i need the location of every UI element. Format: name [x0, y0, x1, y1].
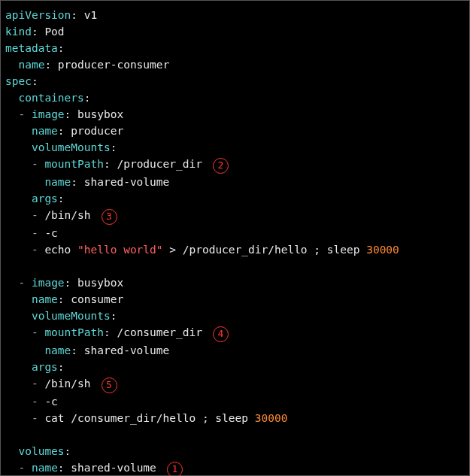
key-metadata: metadata	[5, 42, 58, 54]
key-kind: kind	[5, 26, 32, 38]
key-spec: spec	[5, 75, 32, 87]
val-c0-args0: /bin/sh	[44, 209, 90, 221]
key-c0-name: name	[32, 125, 58, 137]
key-c0-vm: volumeMounts	[32, 141, 111, 153]
val-c0-args2d: 30000	[366, 244, 399, 256]
val-c1-image: busybox	[77, 277, 123, 289]
val-kind: Pod	[44, 26, 64, 38]
key-c1-vm: volumeMounts	[32, 310, 111, 322]
val-apiVersion: v1	[84, 9, 97, 21]
key-c0-image: image	[32, 108, 65, 120]
key-containers: containers	[18, 92, 83, 104]
val-c1-args1: -c	[44, 396, 57, 408]
val-c1-args2b: 30000	[255, 412, 288, 424]
val-metadata-name: producer-consumer	[58, 59, 169, 71]
annotation-2: 2	[213, 158, 229, 174]
val-c0-mountPath: /producer_dir	[117, 158, 202, 170]
key-apiVersion: apiVersion	[5, 9, 71, 21]
yaml-code-block: apiVersion: v1 kind: Pod metadata: name:…	[0, 0, 470, 476]
key-c0-args: args	[32, 193, 58, 205]
annotation-3: 3	[102, 209, 117, 225]
val-c1-vm-name: shared-volume	[84, 344, 170, 356]
key-metadata-name: name	[18, 59, 44, 71]
annotation-1: 1	[167, 462, 183, 476]
key-c0-vm-name: name	[44, 176, 71, 188]
val-c0-name: producer	[71, 125, 123, 137]
val-c0-image: busybox	[77, 108, 123, 120]
val-c1-args0: /bin/sh	[44, 377, 90, 390]
annotation-5: 5	[102, 377, 117, 393]
key-c1-image: image	[32, 277, 65, 289]
val-c0-args2a: echo	[44, 244, 77, 256]
val-c0-args2b: "hello world"	[77, 244, 163, 256]
val-c0-args1: -c	[44, 227, 57, 239]
key-vol-name: name	[32, 462, 58, 474]
key-c1-vm-name: name	[44, 344, 71, 356]
key-c1-name: name	[32, 293, 58, 305]
val-c0-vm-name: shared-volume	[84, 176, 170, 188]
val-c0-args2c: > /producer_dir/hello ; sleep	[163, 244, 367, 256]
annotation-4: 4	[213, 326, 229, 342]
val-c1-args2a: cat /consumer_dir/hello ; sleep	[44, 412, 254, 424]
key-c1-mountPath: mountPath	[44, 326, 104, 338]
key-volumes: volumes	[18, 445, 64, 457]
val-vol-name: shared-volume	[71, 462, 156, 474]
val-c1-name: consumer	[71, 293, 123, 305]
val-c1-mountPath: /consumer_dir	[117, 326, 202, 338]
key-c1-args: args	[32, 361, 58, 373]
key-c0-mountPath: mountPath	[44, 158, 104, 170]
